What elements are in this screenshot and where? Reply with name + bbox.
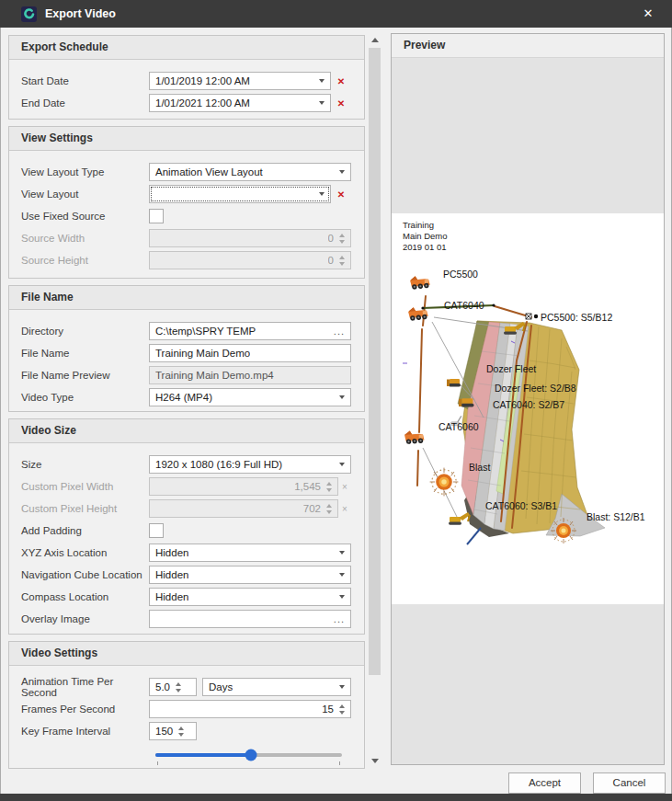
scene-label: PC5500: S5/B12 [541, 312, 612, 323]
overlay-image-input[interactable]: ... [149, 610, 351, 628]
close-icon[interactable]: ✕ [639, 6, 657, 22]
key-frame-interval-slider[interactable] [155, 746, 342, 766]
form-scrollbar[interactable] [368, 33, 382, 768]
chevron-down-icon[interactable] [339, 170, 345, 174]
custom-pixel-width-label: Custom Pixel Width [21, 481, 149, 492]
clear-start-date-icon[interactable]: ✕ [331, 76, 351, 86]
browse-directory-icon[interactable]: ... [334, 326, 345, 336]
frames-per-second-input[interactable]: 15 [149, 700, 351, 718]
window-bottom-edge [0, 794, 672, 801]
video-type-select[interactable]: H264 (MP4) [149, 388, 351, 406]
browse-overlay-image-icon[interactable]: ... [334, 614, 345, 624]
spinner-icon[interactable] [176, 682, 181, 692]
size-label: Size [21, 459, 149, 470]
export-video-dialog: Export Video ✕ Export Schedule Start Dat… [0, 0, 672, 801]
section-title: Video Settings [9, 642, 364, 666]
task-markers [526, 314, 538, 319]
section-export-schedule: Export Schedule Start Date 1/01/2019 12:… [8, 35, 365, 120]
scene-label: CAT6040: S2/B7 [493, 399, 564, 410]
scrollbar-thumb[interactable] [369, 48, 381, 675]
key-frame-interval-input[interactable]: 150 [149, 722, 197, 740]
start-date-input[interactable]: 1/01/2019 12:00 AM [149, 72, 331, 90]
field-custom-pixel-width: Custom Pixel Width 1,545 × [21, 477, 351, 496]
accept-button[interactable]: Accept [508, 772, 581, 794]
field-key-frame-slider [21, 744, 351, 768]
blast-sprite [551, 518, 576, 544]
field-start-date: Start Date 1/01/2019 12:00 AM ✕ [21, 72, 351, 90]
field-animation-time-per-second: Animation Time Per Second 5.0 Days [21, 678, 351, 696]
video-type-label: Video Type [21, 392, 149, 403]
xyz-axis-location-select[interactable]: Hidden [149, 544, 351, 562]
scene-label: CAT6060: S3/B1 [485, 500, 557, 511]
preview-title: Preview [392, 34, 664, 58]
dozer-sprite [447, 379, 461, 386]
navigation-cube-location-label: Navigation Cube Location [21, 569, 149, 580]
file-name-label: File Name [21, 348, 149, 359]
animation-time-unit-select[interactable]: Days [202, 678, 351, 696]
field-directory: Directory C:\temp\SPRY TEMP ... [21, 322, 351, 340]
field-add-padding: Add Padding [21, 521, 351, 540]
use-fixed-source-checkbox[interactable] [149, 209, 164, 223]
section-file-name: File Name Directory C:\temp\SPRY TEMP ..… [8, 285, 365, 412]
navigation-cube-location-select[interactable]: Hidden [149, 566, 351, 584]
compass-location-select[interactable]: Hidden [149, 588, 351, 606]
file-name-input[interactable]: Training Main Demo [149, 344, 351, 362]
field-xyz-axis-location: XYZ Axis Location Hidden [21, 544, 351, 562]
end-date-label: End Date [21, 97, 149, 109]
field-source-height: Source Height 0 [21, 251, 351, 269]
clear-end-date-icon[interactable]: ✕ [331, 98, 351, 109]
field-view-layout: View Layout ✕ [21, 185, 351, 203]
section-view-settings: View Settings View Layout Type Animation… [8, 126, 365, 279]
slider-fill [155, 753, 251, 757]
field-key-frame-interval: Key Frame Interval 150 [21, 722, 351, 740]
chevron-down-icon[interactable] [339, 463, 345, 466]
chevron-down-icon[interactable] [339, 595, 345, 599]
source-height-label: Source Height [21, 255, 149, 266]
spinner-icon[interactable] [339, 704, 345, 715]
clear-view-layout-icon[interactable]: ✕ [331, 189, 351, 200]
add-padding-checkbox[interactable] [149, 523, 164, 538]
scene-label: CAT6040 [444, 300, 484, 311]
haul-truck-sprite [404, 429, 425, 444]
chevron-down-icon[interactable] [319, 79, 325, 83]
dialog-title: Export Video [45, 7, 116, 20]
section-video-size: Video Size Size 1920 x 1080 (16:9 Full H… [8, 418, 365, 635]
end-date-input[interactable]: 1/01/2021 12:00 AM [149, 94, 331, 112]
blast-sprite [430, 468, 459, 497]
haul-truck-sprite [410, 275, 430, 290]
chevron-down-icon[interactable] [319, 192, 325, 196]
spinner-icon[interactable] [178, 727, 184, 737]
field-file-name: File Name Training Main Demo [21, 344, 351, 362]
animation-time-input[interactable]: 5.0 [149, 678, 197, 696]
start-date-label: Start Date [21, 75, 149, 86]
custom-pixel-height-label: Custom Pixel Height [21, 503, 149, 514]
scene-label: CAT6060 [439, 421, 479, 432]
chevron-down-icon[interactable] [339, 395, 345, 399]
field-video-type: Video Type H264 (MP4) [21, 388, 351, 406]
chevron-down-icon[interactable] [339, 573, 345, 577]
excavator-sprite [449, 512, 470, 525]
cancel-button[interactable]: Cancel [593, 772, 666, 794]
file-name-preview-label: File Name Preview [21, 370, 149, 381]
directory-input[interactable]: C:\temp\SPRY TEMP ... [149, 322, 351, 340]
scroll-down-icon[interactable] [368, 754, 382, 768]
key-frame-interval-label: Key Frame Interval [21, 726, 149, 737]
field-size: Size 1920 x 1080 (16:9 Full HD) [21, 455, 351, 474]
size-select[interactable]: 1920 x 1080 (16:9 Full HD) [149, 455, 351, 474]
settings-form: Export Schedule Start Date 1/01/2019 12:… [8, 35, 365, 775]
section-title: Video Size [9, 419, 364, 443]
scroll-up-icon[interactable] [368, 33, 382, 47]
clear-disabled-icon: × [338, 482, 351, 492]
slider-tick [339, 761, 340, 765]
view-layout-type-select[interactable]: Animation View Layout [149, 163, 351, 181]
frames-per-second-label: Frames Per Second [21, 704, 149, 715]
chevron-down-icon[interactable] [339, 685, 345, 689]
slider-thumb[interactable] [245, 750, 256, 761]
section-video-settings: Video Settings Animation Time Per Second… [8, 641, 365, 769]
overlay-line: Main Demo [403, 231, 448, 241]
overlay-line: 2019 01 01 [403, 242, 447, 252]
field-use-fixed-source: Use Fixed Source [21, 207, 351, 225]
view-layout-select[interactable] [149, 185, 331, 203]
chevron-down-icon[interactable] [319, 101, 325, 105]
chevron-down-icon[interactable] [339, 551, 345, 555]
